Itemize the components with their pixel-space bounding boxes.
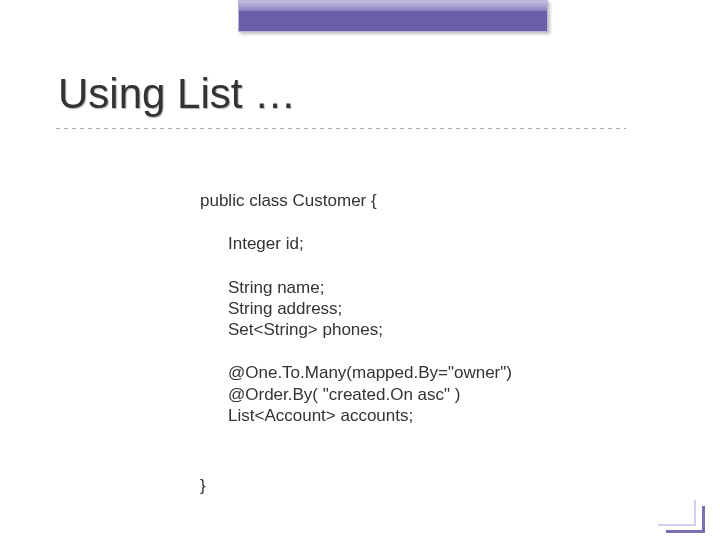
title-underline <box>56 128 626 129</box>
code-line-annotation-onetomany: @One.To.Many(mapped.By="owner") <box>228 362 512 383</box>
code-line-address: String address; <box>228 298 512 319</box>
slide-title: Using List … <box>58 70 296 118</box>
code-block: public class Customer { Integer id; Stri… <box>200 190 512 426</box>
code-line-accounts: List<Account> accounts; <box>228 405 512 426</box>
code-line-annotation-orderby: @Order.By( "created.On asc" ) <box>228 384 512 405</box>
code-line-class-decl: public class Customer { <box>200 190 512 211</box>
code-line-phones: Set<String> phones; <box>228 319 512 340</box>
code-line-id: Integer id; <box>228 233 512 254</box>
corner-accent-icon <box>666 506 702 530</box>
slide: Using List … public class Customer { Int… <box>0 0 720 540</box>
code-line-close-brace: } <box>200 476 206 496</box>
header-accent-bar <box>238 0 548 32</box>
code-line-name: String name; <box>228 277 512 298</box>
